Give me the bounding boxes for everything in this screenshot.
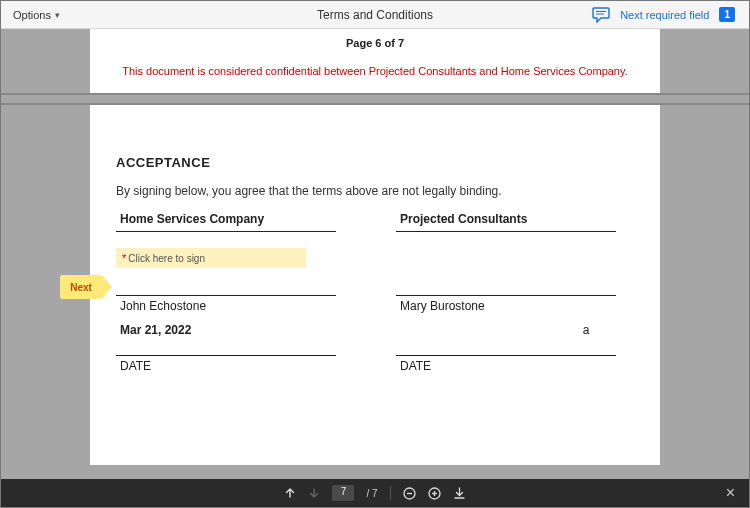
left-signer-name: John Echostone bbox=[116, 296, 336, 313]
right-date-value[interactable]: a bbox=[396, 323, 616, 337]
left-date-label: DATE bbox=[116, 356, 336, 373]
page-title: Terms and Conditions bbox=[317, 8, 433, 22]
confidential-notice: This document is considered confidential… bbox=[90, 65, 660, 77]
app-header: Options ▾ Terms and Conditions Next requ… bbox=[1, 1, 749, 29]
acceptance-text: By signing below, you agree that the ter… bbox=[116, 184, 634, 198]
signature-field[interactable]: * Click here to sign bbox=[116, 248, 306, 268]
next-flag-label: Next bbox=[70, 282, 92, 293]
page-number-input[interactable]: 7 bbox=[332, 485, 354, 501]
right-signature-line bbox=[396, 274, 616, 296]
bottom-toolbar: 7 / 7 × bbox=[1, 479, 749, 507]
options-label: Options bbox=[13, 9, 51, 21]
left-signature-line bbox=[116, 274, 336, 296]
zoom-in-icon[interactable] bbox=[428, 487, 441, 500]
page-up-icon[interactable] bbox=[284, 487, 296, 499]
signature-column-left: Home Services Company * Click here to si… bbox=[116, 212, 336, 373]
download-icon[interactable] bbox=[453, 487, 466, 500]
next-field-flag[interactable]: Next bbox=[60, 275, 102, 299]
page-number-label: Page 6 of 7 bbox=[90, 37, 660, 49]
left-party-header: Home Services Company bbox=[116, 212, 336, 232]
toolbar-separator bbox=[390, 486, 391, 500]
page-total-label: / 7 bbox=[366, 488, 377, 499]
comment-icon[interactable] bbox=[592, 7, 610, 23]
signature-table: Home Services Company * Click here to si… bbox=[116, 212, 634, 373]
page-6-bottom: Page 6 of 7 This document is considered … bbox=[90, 29, 660, 93]
right-date-label: DATE bbox=[396, 356, 616, 373]
signature-placeholder: Click here to sign bbox=[128, 253, 205, 264]
right-signer-name: Mary Burostone bbox=[396, 296, 616, 313]
document-viewport: Page 6 of 7 This document is considered … bbox=[1, 29, 749, 479]
required-count-badge: 1 bbox=[719, 7, 735, 22]
options-menu[interactable]: Options ▾ bbox=[1, 9, 72, 21]
left-date-value[interactable]: Mar 21, 2022 bbox=[116, 323, 336, 337]
signature-column-right: Projected Consultants Mary Burostone a D… bbox=[396, 212, 616, 373]
close-icon[interactable]: × bbox=[726, 484, 735, 502]
page-6-footer-area: Page 6 of 7 This document is considered … bbox=[90, 29, 660, 93]
zoom-out-icon[interactable] bbox=[403, 487, 416, 500]
right-party-header: Projected Consultants bbox=[396, 212, 616, 232]
page-down-icon bbox=[308, 487, 320, 499]
required-asterisk-icon: * bbox=[122, 252, 126, 264]
header-right-tools: Next required field 1 bbox=[592, 7, 749, 23]
chevron-down-icon: ▾ bbox=[55, 10, 60, 20]
page-7: ACCEPTANCE By signing below, you agree t… bbox=[90, 105, 660, 465]
acceptance-heading: ACCEPTANCE bbox=[116, 155, 634, 170]
next-required-field-link[interactable]: Next required field bbox=[620, 9, 709, 21]
page-gap bbox=[1, 93, 749, 105]
